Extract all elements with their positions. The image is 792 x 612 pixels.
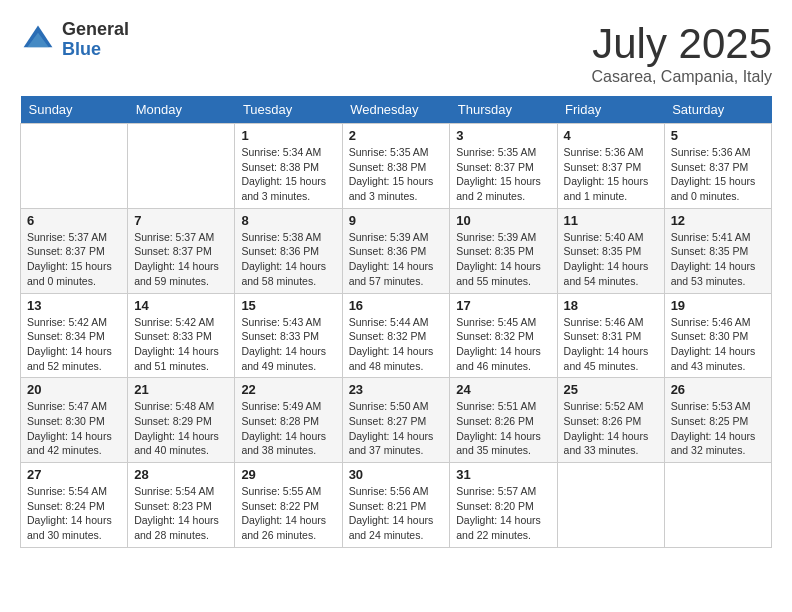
day-number: 10: [456, 213, 550, 228]
calendar-cell: 31Sunrise: 5:57 AMSunset: 8:20 PMDayligh…: [450, 463, 557, 548]
day-info: Sunrise: 5:44 AMSunset: 8:32 PMDaylight:…: [349, 315, 444, 374]
calendar-cell: 17Sunrise: 5:45 AMSunset: 8:32 PMDayligh…: [450, 293, 557, 378]
day-number: 13: [27, 298, 121, 313]
calendar-cell: 22Sunrise: 5:49 AMSunset: 8:28 PMDayligh…: [235, 378, 342, 463]
month-title: July 2025: [591, 20, 772, 68]
calendar-cell: 28Sunrise: 5:54 AMSunset: 8:23 PMDayligh…: [128, 463, 235, 548]
day-info: Sunrise: 5:37 AMSunset: 8:37 PMDaylight:…: [134, 230, 228, 289]
week-row-4: 20Sunrise: 5:47 AMSunset: 8:30 PMDayligh…: [21, 378, 772, 463]
day-info: Sunrise: 5:53 AMSunset: 8:25 PMDaylight:…: [671, 399, 765, 458]
week-row-3: 13Sunrise: 5:42 AMSunset: 8:34 PMDayligh…: [21, 293, 772, 378]
calendar-cell: [664, 463, 771, 548]
calendar-cell: 1Sunrise: 5:34 AMSunset: 8:38 PMDaylight…: [235, 124, 342, 209]
calendar-cell: 27Sunrise: 5:54 AMSunset: 8:24 PMDayligh…: [21, 463, 128, 548]
day-info: Sunrise: 5:56 AMSunset: 8:21 PMDaylight:…: [349, 484, 444, 543]
location: Casarea, Campania, Italy: [591, 68, 772, 86]
day-info: Sunrise: 5:46 AMSunset: 8:31 PMDaylight:…: [564, 315, 658, 374]
day-number: 20: [27, 382, 121, 397]
weekday-header-tuesday: Tuesday: [235, 96, 342, 124]
week-row-2: 6Sunrise: 5:37 AMSunset: 8:37 PMDaylight…: [21, 208, 772, 293]
day-number: 19: [671, 298, 765, 313]
day-number: 18: [564, 298, 658, 313]
day-number: 23: [349, 382, 444, 397]
day-info: Sunrise: 5:39 AMSunset: 8:36 PMDaylight:…: [349, 230, 444, 289]
week-row-5: 27Sunrise: 5:54 AMSunset: 8:24 PMDayligh…: [21, 463, 772, 548]
weekday-header-monday: Monday: [128, 96, 235, 124]
day-number: 29: [241, 467, 335, 482]
day-info: Sunrise: 5:54 AMSunset: 8:24 PMDaylight:…: [27, 484, 121, 543]
day-info: Sunrise: 5:54 AMSunset: 8:23 PMDaylight:…: [134, 484, 228, 543]
calendar-cell: 13Sunrise: 5:42 AMSunset: 8:34 PMDayligh…: [21, 293, 128, 378]
day-number: 3: [456, 128, 550, 143]
calendar-cell: 29Sunrise: 5:55 AMSunset: 8:22 PMDayligh…: [235, 463, 342, 548]
day-info: Sunrise: 5:48 AMSunset: 8:29 PMDaylight:…: [134, 399, 228, 458]
day-number: 9: [349, 213, 444, 228]
day-info: Sunrise: 5:43 AMSunset: 8:33 PMDaylight:…: [241, 315, 335, 374]
week-row-1: 1Sunrise: 5:34 AMSunset: 8:38 PMDaylight…: [21, 124, 772, 209]
calendar-cell: [21, 124, 128, 209]
calendar-cell: 5Sunrise: 5:36 AMSunset: 8:37 PMDaylight…: [664, 124, 771, 209]
calendar-cell: 10Sunrise: 5:39 AMSunset: 8:35 PMDayligh…: [450, 208, 557, 293]
calendar-cell: 6Sunrise: 5:37 AMSunset: 8:37 PMDaylight…: [21, 208, 128, 293]
calendar-cell: 15Sunrise: 5:43 AMSunset: 8:33 PMDayligh…: [235, 293, 342, 378]
day-info: Sunrise: 5:45 AMSunset: 8:32 PMDaylight:…: [456, 315, 550, 374]
weekday-header-friday: Friday: [557, 96, 664, 124]
day-number: 31: [456, 467, 550, 482]
logo-icon: [20, 22, 56, 58]
calendar-cell: 26Sunrise: 5:53 AMSunset: 8:25 PMDayligh…: [664, 378, 771, 463]
day-number: 2: [349, 128, 444, 143]
day-info: Sunrise: 5:39 AMSunset: 8:35 PMDaylight:…: [456, 230, 550, 289]
calendar-cell: 18Sunrise: 5:46 AMSunset: 8:31 PMDayligh…: [557, 293, 664, 378]
day-info: Sunrise: 5:47 AMSunset: 8:30 PMDaylight:…: [27, 399, 121, 458]
weekday-header-sunday: Sunday: [21, 96, 128, 124]
calendar-table: SundayMondayTuesdayWednesdayThursdayFrid…: [20, 96, 772, 548]
day-info: Sunrise: 5:49 AMSunset: 8:28 PMDaylight:…: [241, 399, 335, 458]
weekday-header-thursday: Thursday: [450, 96, 557, 124]
page-header: General Blue July 2025 Casarea, Campania…: [20, 20, 772, 86]
calendar-cell: 25Sunrise: 5:52 AMSunset: 8:26 PMDayligh…: [557, 378, 664, 463]
day-number: 26: [671, 382, 765, 397]
calendar-cell: 14Sunrise: 5:42 AMSunset: 8:33 PMDayligh…: [128, 293, 235, 378]
calendar-cell: 20Sunrise: 5:47 AMSunset: 8:30 PMDayligh…: [21, 378, 128, 463]
weekday-header-wednesday: Wednesday: [342, 96, 450, 124]
calendar-cell: [128, 124, 235, 209]
day-number: 11: [564, 213, 658, 228]
day-info: Sunrise: 5:57 AMSunset: 8:20 PMDaylight:…: [456, 484, 550, 543]
day-info: Sunrise: 5:42 AMSunset: 8:33 PMDaylight:…: [134, 315, 228, 374]
day-info: Sunrise: 5:52 AMSunset: 8:26 PMDaylight:…: [564, 399, 658, 458]
calendar-cell: 8Sunrise: 5:38 AMSunset: 8:36 PMDaylight…: [235, 208, 342, 293]
day-number: 16: [349, 298, 444, 313]
calendar-cell: 21Sunrise: 5:48 AMSunset: 8:29 PMDayligh…: [128, 378, 235, 463]
day-number: 5: [671, 128, 765, 143]
day-number: 22: [241, 382, 335, 397]
day-number: 1: [241, 128, 335, 143]
day-number: 28: [134, 467, 228, 482]
day-info: Sunrise: 5:40 AMSunset: 8:35 PMDaylight:…: [564, 230, 658, 289]
calendar-cell: 30Sunrise: 5:56 AMSunset: 8:21 PMDayligh…: [342, 463, 450, 548]
calendar-cell: [557, 463, 664, 548]
logo-general-text: General: [62, 19, 129, 39]
weekday-header-saturday: Saturday: [664, 96, 771, 124]
day-info: Sunrise: 5:55 AMSunset: 8:22 PMDaylight:…: [241, 484, 335, 543]
day-number: 8: [241, 213, 335, 228]
calendar-cell: 4Sunrise: 5:36 AMSunset: 8:37 PMDaylight…: [557, 124, 664, 209]
day-info: Sunrise: 5:38 AMSunset: 8:36 PMDaylight:…: [241, 230, 335, 289]
day-info: Sunrise: 5:36 AMSunset: 8:37 PMDaylight:…: [564, 145, 658, 204]
calendar-cell: 11Sunrise: 5:40 AMSunset: 8:35 PMDayligh…: [557, 208, 664, 293]
day-number: 15: [241, 298, 335, 313]
day-number: 7: [134, 213, 228, 228]
day-info: Sunrise: 5:42 AMSunset: 8:34 PMDaylight:…: [27, 315, 121, 374]
title-block: July 2025 Casarea, Campania, Italy: [591, 20, 772, 86]
day-number: 21: [134, 382, 228, 397]
day-number: 17: [456, 298, 550, 313]
day-info: Sunrise: 5:37 AMSunset: 8:37 PMDaylight:…: [27, 230, 121, 289]
day-info: Sunrise: 5:41 AMSunset: 8:35 PMDaylight:…: [671, 230, 765, 289]
day-info: Sunrise: 5:36 AMSunset: 8:37 PMDaylight:…: [671, 145, 765, 204]
day-number: 6: [27, 213, 121, 228]
day-info: Sunrise: 5:46 AMSunset: 8:30 PMDaylight:…: [671, 315, 765, 374]
calendar-cell: 2Sunrise: 5:35 AMSunset: 8:38 PMDaylight…: [342, 124, 450, 209]
calendar-cell: 3Sunrise: 5:35 AMSunset: 8:37 PMDaylight…: [450, 124, 557, 209]
day-info: Sunrise: 5:34 AMSunset: 8:38 PMDaylight:…: [241, 145, 335, 204]
calendar-cell: 16Sunrise: 5:44 AMSunset: 8:32 PMDayligh…: [342, 293, 450, 378]
day-info: Sunrise: 5:35 AMSunset: 8:38 PMDaylight:…: [349, 145, 444, 204]
